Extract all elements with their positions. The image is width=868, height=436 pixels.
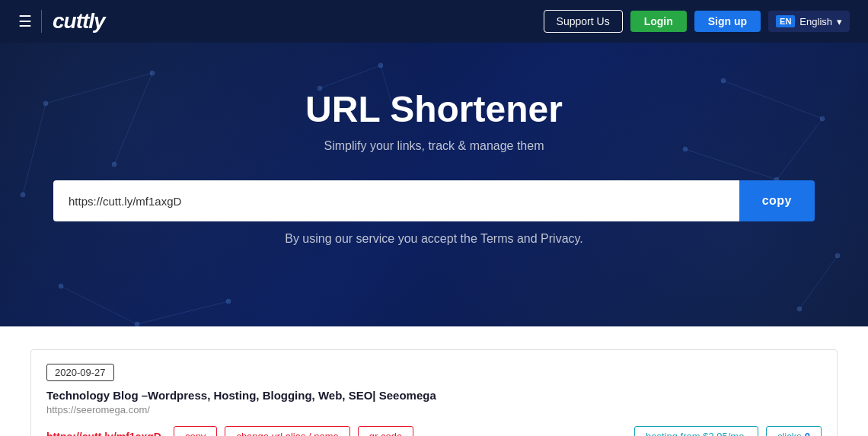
qr-code-button[interactable]: qr code <box>358 426 413 436</box>
svg-point-14 <box>797 307 802 311</box>
svg-point-15 <box>835 253 840 258</box>
site-logo[interactable]: cuttly <box>53 9 105 33</box>
terms-notice: By using our service you accept the Term… <box>15 232 853 246</box>
navbar-actions: Support Us Login Sign up EN English ▾ <box>544 10 850 33</box>
url-input[interactable] <box>53 180 739 221</box>
svg-point-11 <box>59 284 63 288</box>
hero-section: URL Shortener Simplify your links, track… <box>0 43 868 326</box>
hero-title: URL Shortener <box>15 88 853 130</box>
svg-point-3 <box>21 193 25 197</box>
svg-line-23 <box>685 149 777 180</box>
clicks-button[interactable]: clicks 0 <box>766 426 822 436</box>
chevron-down-icon: ▾ <box>837 16 842 27</box>
results-section: 2020-09-27 Technology Blog –Wordpress, H… <box>0 326 868 436</box>
copy-url-button[interactable]: copy <box>739 180 815 221</box>
svg-line-25 <box>137 301 228 324</box>
svg-point-2 <box>112 162 116 167</box>
clicks-count: 0 <box>805 431 810 436</box>
svg-line-19 <box>320 65 381 88</box>
signup-button[interactable]: Sign up <box>694 11 761 32</box>
svg-point-7 <box>721 78 726 83</box>
copy-action-button[interactable]: copy <box>174 426 217 436</box>
lang-name: English <box>799 16 832 27</box>
hamburger-icon[interactable]: ☰ <box>18 12 32 30</box>
result-right-actions: hosting from $2.95/mo. clicks 0 <box>634 426 822 436</box>
url-shortener-form: copy <box>53 180 815 221</box>
result-title: Technology Blog –Wordpress, Hosting, Blo… <box>46 389 822 402</box>
result-original-url: https://seeromega.com/ <box>46 404 822 415</box>
login-button[interactable]: Login <box>630 11 687 32</box>
svg-point-13 <box>226 299 231 304</box>
svg-point-5 <box>378 63 383 68</box>
svg-line-24 <box>61 286 137 324</box>
result-short-url[interactable]: https://cutt.ly/mf1axgD <box>46 431 161 437</box>
svg-line-26 <box>799 256 838 309</box>
support-button[interactable]: Support Us <box>544 10 623 33</box>
hosting-button[interactable]: hosting from $2.95/mo. <box>634 426 758 436</box>
result-actions: https://cutt.ly/mf1axgD copy change url … <box>46 426 822 436</box>
nav-divider <box>41 10 42 33</box>
svg-point-1 <box>150 71 155 75</box>
lang-code: EN <box>776 15 795 27</box>
result-card: 2020-09-27 Technology Blog –Wordpress, H… <box>30 349 838 436</box>
navbar: ☰ cuttly Support Us Login Sign up EN Eng… <box>0 0 868 43</box>
hero-subtitle: Simplify your links, track & manage them <box>15 139 853 153</box>
clicks-label: clicks <box>777 431 802 436</box>
svg-point-12 <box>135 322 139 326</box>
change-alias-button[interactable]: change url alias / name <box>225 426 349 436</box>
result-date: 2020-09-27 <box>46 364 114 381</box>
language-selector[interactable]: EN English ▾ <box>768 11 850 32</box>
